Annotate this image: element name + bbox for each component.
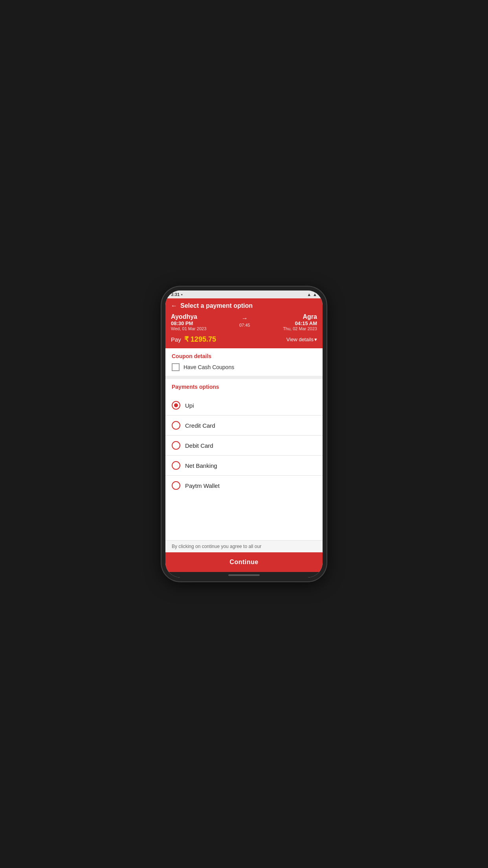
footer: By clicking on continue you agree to all…: [165, 540, 323, 572]
home-indicator: [165, 572, 323, 577]
payment-option-debit-card[interactable]: Debit Card: [165, 436, 323, 456]
home-bar: [228, 574, 260, 576]
direction-arrow-icon: →: [242, 315, 248, 322]
continue-button[interactable]: Continue: [165, 552, 323, 572]
radio-paytm-wallet[interactable]: [172, 481, 180, 490]
option-label-credit-card: Credit Card: [185, 422, 215, 429]
coupon-checkbox[interactable]: [172, 363, 180, 371]
pay-label: Pay: [171, 336, 181, 343]
payments-section-title: Payments options: [172, 384, 316, 390]
arrival-time: 04:15 AM: [283, 320, 317, 326]
journey-center: → 07:45: [239, 313, 250, 327]
status-time: 3:31: [171, 292, 180, 297]
departure-date: Wed, 01 Mar 2023: [171, 326, 206, 331]
coupon-section-title: Coupon details: [172, 353, 316, 359]
battery-icon: ▪: [181, 292, 183, 297]
option-label-debit-card: Debit Card: [185, 442, 213, 449]
footer-note-text: By clicking on continue you agree to all…: [172, 544, 261, 549]
payment-option-credit-card[interactable]: Credit Card: [165, 416, 323, 436]
arrival-date: Thu, 02 Mar 2023: [283, 326, 317, 331]
pay-row-left: Pay ₹ 1295.75: [171, 335, 216, 344]
coupon-label: Have Cash Coupons: [183, 364, 234, 370]
origin-info: Ayodhya 08:30 PM Wed, 01 Mar 2023: [171, 313, 206, 331]
destination-info: Agra 04:15 AM Thu, 02 Mar 2023: [283, 313, 317, 331]
status-bar: 3:31 ▪ ▲ ▲: [165, 291, 323, 298]
departure-time: 08:30 PM: [171, 320, 206, 326]
section-divider-1: [165, 376, 323, 379]
payment-option-paytm-wallet[interactable]: Paytm Wallet: [165, 476, 323, 495]
phone-screen: 3:31 ▪ ▲ ▲ ← Select a payment option Ayo…: [165, 291, 323, 577]
option-label-upi: Upi: [185, 402, 194, 409]
radio-upi[interactable]: [172, 401, 180, 410]
footer-note: By clicking on continue you agree to all…: [165, 540, 323, 552]
pay-amount: ₹ 1295.75: [184, 335, 216, 344]
phone-frame: 3:31 ▪ ▲ ▲ ← Select a payment option Ayo…: [161, 287, 327, 581]
view-details-label: View details: [286, 337, 314, 342]
journey-duration: 07:45: [239, 323, 250, 327]
option-label-net-banking: Net Banking: [185, 462, 217, 469]
destination-city: Agra: [283, 313, 317, 320]
payment-option-upi[interactable]: Upi: [165, 395, 323, 416]
coupon-section: Coupon details Have Cash Coupons: [165, 348, 323, 376]
header: ← Select a payment option Ayodhya 08:30 …: [165, 298, 323, 348]
page-title: Select a payment option: [180, 302, 253, 309]
radio-net-banking[interactable]: [172, 461, 180, 470]
payments-section: Payments options: [165, 379, 323, 395]
signal-icon: ▲: [313, 292, 317, 297]
chevron-down-icon: ▾: [314, 337, 317, 342]
radio-credit-card[interactable]: [172, 421, 180, 430]
view-details-button[interactable]: View details ▾: [286, 337, 317, 342]
content-area: Coupon details Have Cash Coupons Payment…: [165, 348, 323, 540]
wifi-icon: ▲: [307, 292, 311, 297]
option-label-paytm-wallet: Paytm Wallet: [185, 482, 220, 489]
payment-option-net-banking[interactable]: Net Banking: [165, 456, 323, 476]
origin-city: Ayodhya: [171, 313, 206, 320]
back-button[interactable]: ←: [171, 302, 177, 309]
radio-debit-card[interactable]: [172, 441, 180, 450]
